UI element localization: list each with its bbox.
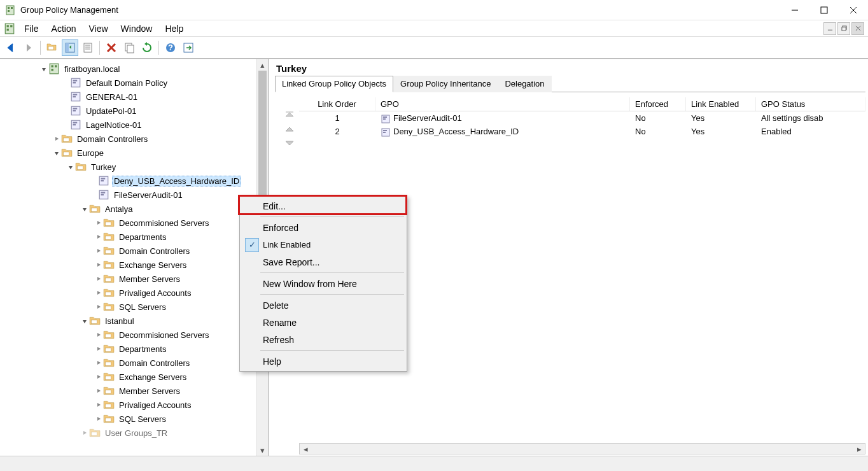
grid-row[interactable]: 2 Deny_USB_Access_Hardware_ID No Yes Ena… [299, 125, 865, 138]
show-hide-tree-button[interactable] [62, 39, 78, 56]
mdi-restore[interactable] [837, 22, 850, 35]
statusbar [0, 456, 868, 471]
ctx-link-enabled[interactable]: ✓Link Enabled [241, 236, 405, 253]
up-button[interactable] [44, 39, 60, 56]
col-gpo[interactable]: GPO [375, 97, 630, 111]
col-enforced[interactable]: Enforced [630, 97, 686, 111]
tree-node-ou[interactable]: SQL Servers [0, 300, 268, 314]
tree-node-domain[interactable]: firatboyan.local [0, 62, 268, 76]
scroll-right-icon[interactable]: ▸ [853, 444, 865, 454]
titlebar: Group Policy Management [0, 0, 868, 20]
window-controls [780, 0, 868, 20]
scroll-left-icon[interactable]: ◂ [300, 444, 311, 454]
menu-window[interactable]: Window [115, 22, 159, 35]
gpo-icon [381, 127, 391, 136]
tree-node-gpo[interactable]: ·LagelNotice-01 [0, 118, 268, 132]
col-gpo-status[interactable]: GPO Status [756, 97, 865, 111]
svg-rect-14 [841, 27, 845, 31]
scroll-up-icon[interactable]: ▴ [257, 59, 268, 71]
move-up-button[interactable] [283, 124, 296, 134]
tree-node-gpo-selected[interactable]: ·Deny_USB_Access_Hardware_ID [0, 174, 268, 188]
tree-node-ou[interactable]: Exchange Servers [0, 258, 268, 272]
check-icon: ✓ [245, 238, 259, 252]
scroll-down-icon[interactable]: ▾ [257, 444, 268, 456]
maximize-button[interactable] [809, 0, 839, 20]
cell-gpo: Deny_USB_Access_Hardware_ID [375, 126, 630, 137]
help-button[interactable]: ? [162, 39, 179, 56]
svg-rect-18 [66, 43, 69, 52]
tree-node-ou-istanbul[interactable]: Istanbul [0, 314, 268, 328]
grid-header: Link Order GPO Enforced Link Enabled GPO… [299, 97, 865, 111]
copy-button[interactable] [121, 39, 137, 56]
mdi-minimize[interactable] [823, 22, 836, 35]
tree-node-gpo[interactable]: ·FileServerAudit-01 [0, 188, 268, 202]
tree-node-ou[interactable]: Privaliged Accounts [0, 398, 268, 412]
cell-order: 2 [299, 126, 375, 137]
tree-node-ou[interactable]: Exchange Servers [0, 370, 268, 384]
menu-file[interactable]: File [18, 22, 45, 35]
tree-node-gpo[interactable]: ·UpdatePol-01 [0, 104, 268, 118]
tree-node-ou[interactable]: Departments [0, 342, 268, 356]
cell-status: All settings disab [756, 113, 865, 123]
menu-action[interactable]: Action [45, 22, 83, 35]
ctx-enforced[interactable]: Enforced [241, 219, 405, 236]
cell-status: Enabled [756, 126, 865, 137]
svg-rect-19 [84, 43, 92, 52]
forward-button[interactable] [20, 39, 37, 56]
tree-node-ou[interactable]: Departments [0, 230, 268, 244]
menu-help[interactable]: Help [158, 22, 190, 35]
toolbar: ? [0, 37, 868, 59]
tree-node-ou[interactable]: Domain Controllers [0, 132, 268, 146]
tree[interactable]: firatboyan.local ·Default Domain Policy … [0, 62, 268, 440]
tree-node-ou-europe[interactable]: Europe [0, 146, 268, 160]
ctx-edit[interactable]: Edit... [241, 197, 405, 214]
cell-order: 1 [299, 113, 375, 123]
properties-button[interactable] [80, 39, 96, 56]
tab-inheritance[interactable]: Group Policy Inheritance [393, 76, 498, 92]
tab-delegation[interactable]: Delegation [498, 76, 551, 92]
tree-node-ou[interactable]: Domain Controllers [0, 356, 268, 370]
minimize-button[interactable] [780, 0, 809, 20]
ctx-save-report[interactable]: Save Report... [241, 253, 405, 271]
tree-node-gpo[interactable]: ·Default Domain Policy [0, 76, 268, 90]
tree-node-ou-antalya[interactable]: Antalya [0, 202, 268, 216]
tree-node-ou[interactable]: Privaliged Accounts [0, 286, 268, 300]
grid-row[interactable]: 1 FileServerAudit-01 No Yes All settings… [299, 111, 865, 125]
move-down-button[interactable] [283, 138, 296, 148]
ctx-refresh[interactable]: Refresh [241, 331, 405, 348]
tab-linked-gpos[interactable]: Linked Group Policy Objects [275, 76, 393, 92]
tree-node-ou[interactable]: Domain Controllers [0, 244, 268, 258]
menubar: File Action View Window Help [0, 20, 868, 37]
tree-node-ou[interactable]: Member Servers [0, 272, 268, 286]
horizontal-scrollbar[interactable]: ◂ ▸ [299, 443, 865, 454]
col-link-enabled[interactable]: Link Enabled [686, 97, 756, 111]
tree-node-ou[interactable]: SQL Servers [0, 412, 268, 426]
cell-enforced: No [630, 113, 686, 123]
refresh-button[interactable] [139, 39, 155, 56]
close-button[interactable] [839, 0, 868, 20]
tree-node-gpo[interactable]: ·GENERAL-01 [0, 90, 268, 104]
col-link-order[interactable]: Link Order [299, 97, 375, 111]
back-button[interactable] [3, 39, 19, 56]
tree-node-ou-turkey[interactable]: Turkey [0, 160, 268, 174]
mmc-icon [4, 23, 15, 34]
detail-title: Turkey [275, 60, 865, 75]
move-top-button[interactable] [283, 110, 296, 120]
menu-view[interactable]: View [82, 22, 114, 35]
tree-node-ou[interactable]: Decommisioned Servers [0, 216, 268, 230]
tree-node-ou[interactable]: Decommisioned Servers [0, 328, 268, 342]
ctx-delete[interactable]: Delete [241, 297, 405, 314]
ctx-new-window[interactable]: New Window from Here [241, 275, 405, 292]
tree-node-ou[interactable]: Member Servers [0, 384, 268, 398]
window-title: Group Policy Management [20, 5, 780, 15]
gpo-icon [381, 114, 391, 123]
export-button[interactable] [180, 39, 197, 56]
context-menu: Edit... Enforced ✓Link Enabled Save Repo… [239, 195, 407, 372]
delete-button[interactable] [103, 39, 120, 56]
ctx-help[interactable]: Help [241, 353, 405, 370]
svg-rect-26 [127, 45, 134, 53]
tree-node-ou-truncated[interactable]: User Groups_TR [0, 426, 268, 440]
mdi-close[interactable] [851, 22, 864, 35]
ctx-rename[interactable]: Rename [241, 314, 405, 331]
cell-link: Yes [686, 126, 756, 137]
